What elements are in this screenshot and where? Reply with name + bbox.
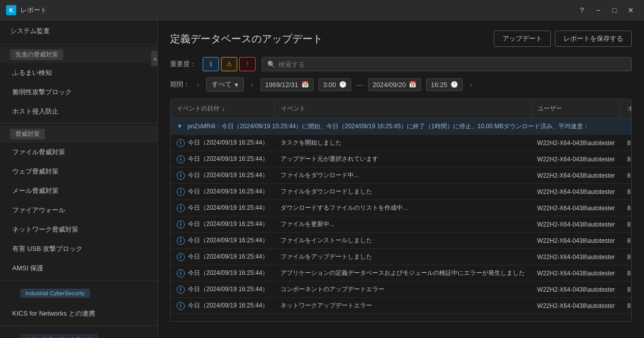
- header-buttons: アップデート レポートを保存する: [494, 31, 632, 47]
- save-report-button[interactable]: レポートを保存する: [555, 31, 632, 47]
- table-row[interactable]: i 今日（2024/09/19 16:25:44） アプリケーションの定義データ…: [171, 265, 631, 281]
- info-icon: i: [177, 302, 185, 310]
- sidebar-item-web-threat[interactable]: ウェブ脅威対策: [0, 162, 157, 181]
- chevron-down-icon: ▾: [235, 81, 238, 89]
- table-row[interactable]: i 今日（2024/09/19 16:25:44） ファイルをダウンロードしまし…: [171, 184, 631, 200]
- help-button[interactable]: ?: [575, 3, 589, 17]
- table-row[interactable]: i 今日（2024/09/19 16:25:44） ファイルをインストールしまし…: [171, 233, 631, 249]
- info-icon: i: [177, 237, 185, 245]
- search-input[interactable]: [278, 61, 626, 68]
- sidebar-divider-4: [0, 325, 157, 326]
- sidebar-divider-3: [0, 280, 157, 280]
- maximize-button[interactable]: □: [607, 3, 622, 17]
- table-row[interactable]: i 今日（2024/09/19 16:25:44） コンポーネントのアップデート…: [171, 281, 631, 298]
- period-dash: —: [356, 81, 363, 89]
- sidebar-item-network-threat[interactable]: ネットワーク脅威対策: [0, 220, 157, 239]
- filter-row: 重要度： ℹ ⚠ ! 🔍: [170, 57, 632, 71]
- table-row[interactable]: i 今日（2024/09/19 16:25:44） アップデート元が選択されてい…: [171, 151, 631, 167]
- info-icon: i: [177, 155, 185, 163]
- info-icon: i: [177, 188, 185, 196]
- sidebar-section-advanced-threat: 先進の脅威対策: [0, 46, 157, 63]
- sidebar-divider-1: [0, 44, 157, 44]
- window-controls: ? − □ ✕: [575, 3, 638, 17]
- app-body: « システム監査 先進の脅威対策 ふるまい検知 脆弱性攻撃ブロック ホスト侵入防…: [0, 20, 644, 338]
- start-time-input[interactable]: 3:00 🕐: [319, 78, 351, 91]
- sidebar-item-firewall[interactable]: ファイアウォール: [0, 201, 157, 220]
- sidebar-divider-2: [0, 123, 157, 124]
- sidebar-item-host-intrusion[interactable]: ホスト侵入防止: [0, 102, 157, 121]
- page-title: 定義データベースのアップデート: [170, 32, 323, 46]
- clock-icon-end: 🕐: [451, 81, 458, 88]
- clock-icon-start: 🕐: [339, 81, 347, 88]
- severity-info-button[interactable]: ℹ: [203, 57, 219, 71]
- sidebar-item-amsi[interactable]: AMSI 保護: [0, 259, 157, 278]
- sidebar-item-usb-block[interactable]: 有害 USB 攻撃ブロック: [0, 239, 157, 259]
- info-icon: i: [177, 220, 185, 229]
- sidebar: « システム監査 先進の脅威対策 ふるまい検知 脆弱性攻撃ブロック ホスト侵入防…: [0, 20, 158, 338]
- security-label: セキュリティコントロール: [20, 334, 98, 338]
- col-header-date[interactable]: イベントの日付 ↓: [171, 99, 274, 119]
- title-bar: K レポート ? − □ ✕: [0, 0, 644, 20]
- search-box: 🔍: [262, 57, 632, 71]
- period-prev-button[interactable]: ‹: [195, 80, 201, 90]
- info-icon: i: [177, 139, 185, 147]
- sidebar-item-behavioral[interactable]: ふるまい検知: [0, 63, 157, 82]
- minimize-button[interactable]: −: [591, 3, 605, 17]
- security-control-section: セキュリティコントロール: [0, 328, 157, 338]
- col-header-user[interactable]: ユーザー: [531, 99, 621, 119]
- severity-warn-button[interactable]: ⚠: [221, 57, 237, 71]
- expand-icon: ▼: [177, 123, 183, 130]
- period-row: 期間： ‹ すべて ▾ ‹ 1969/12/31 📅 3:00 🕐 — 2024…: [170, 77, 632, 92]
- table-row[interactable]: i 今日（2024/09/19 16:25:44） ファイルをアップデートしまし…: [171, 249, 631, 265]
- sidebar-item-vuln-block[interactable]: 脆弱性攻撃ブロック: [0, 82, 157, 102]
- period-nav-left[interactable]: ‹: [249, 80, 255, 90]
- sidebar-section-threat: 脅威対策: [0, 126, 157, 143]
- sidebar-collapse-button[interactable]: «: [151, 51, 158, 66]
- events-table: イベントの日付 ↓ イベント ユーザー オプ: [171, 99, 631, 314]
- title-bar-left: K レポート: [6, 5, 47, 15]
- app-title: レポート: [20, 6, 47, 15]
- end-time-input[interactable]: 16:25 🕐: [426, 78, 463, 91]
- period-nav-right[interactable]: ›: [468, 80, 474, 90]
- calendar-icon-end: 📅: [409, 81, 416, 88]
- sort-arrow-date: ↓: [221, 105, 225, 112]
- table-scroll[interactable]: イベントの日付 ↓ イベント ユーザー オプ: [171, 99, 631, 321]
- table-row[interactable]: i 今日（2024/09/19 16:25:44） ネットワークアップデートエラ…: [171, 298, 631, 314]
- search-icon: 🔍: [267, 61, 275, 68]
- info-icon: i: [177, 172, 185, 180]
- info-icon: i: [177, 286, 185, 294]
- end-date-input[interactable]: 2024/09/20 📅: [368, 78, 421, 91]
- table-row[interactable]: i 今日（2024/09/19 16:25:44） ファイルを更新中... W2…: [171, 216, 631, 233]
- main-content: 定義データベースのアップデート アップデート レポートを保存する 重要度： ℹ …: [158, 20, 644, 338]
- table-row[interactable]: i 今日（2024/09/19 16:25:44） ダウンロードするファイルのリ…: [171, 200, 631, 216]
- filter-label: 重要度：: [170, 60, 197, 69]
- main-header: 定義データベースのアップデート アップデート レポートを保存する: [170, 31, 632, 47]
- update-button[interactable]: アップデート: [494, 31, 551, 47]
- period-select[interactable]: すべて ▾: [206, 77, 244, 92]
- events-table-container: イベントの日付 ↓ イベント ユーザー オプ: [170, 99, 632, 322]
- app-logo: K: [6, 5, 16, 15]
- col-header-opt[interactable]: オプ: [621, 99, 631, 119]
- info-icon: i: [177, 253, 185, 261]
- severity-error-button[interactable]: !: [239, 57, 256, 71]
- industrial-label: Industrial CyberSecurity: [20, 289, 90, 298]
- sidebar-item-file-threat[interactable]: ファイル脅威対策: [0, 143, 157, 162]
- expand-row[interactable]: ▼ pnZsMR4i：今日（2024/09/19 15:25:44）に開始、今日…: [171, 119, 631, 135]
- industrial-section: Industrial CyberSecurity: [0, 283, 157, 304]
- sidebar-item-system-audit[interactable]: システム監査: [0, 20, 157, 42]
- close-button[interactable]: ✕: [624, 3, 638, 17]
- sidebar-item-kics-networks[interactable]: KICS for Networks との連携: [0, 304, 157, 323]
- info-icon: i: [177, 204, 185, 212]
- col-header-event[interactable]: イベント: [274, 99, 531, 119]
- table-row[interactable]: i 今日（2024/09/19 16:25:44） タスクを開始しました W22…: [171, 135, 631, 151]
- info-icon: i: [177, 269, 185, 277]
- period-label: 期間：: [170, 80, 190, 89]
- severity-buttons: ℹ ⚠ !: [203, 57, 256, 71]
- table-row[interactable]: i 今日（2024/09/19 16:25:44） ファイルをダウンロード中..…: [171, 167, 631, 184]
- sidebar-item-mail-threat[interactable]: メール脅威対策: [0, 181, 157, 201]
- start-date-input[interactable]: 1969/12/31 📅: [261, 78, 314, 91]
- calendar-icon-start: 📅: [301, 81, 309, 88]
